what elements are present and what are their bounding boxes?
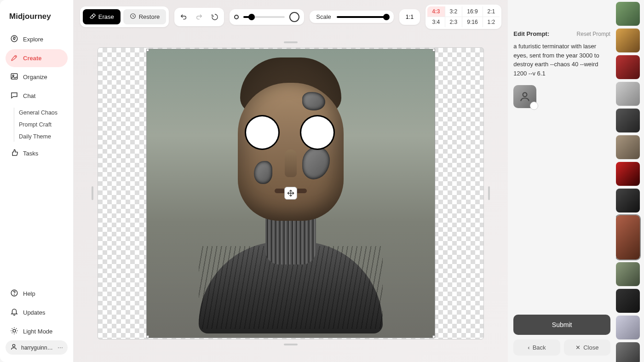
main: Erase Restore Scale 1:1 bbox=[74, 0, 508, 362]
prompt-title: Edit Prompt: bbox=[513, 30, 549, 37]
submit-button[interactable]: Submit bbox=[513, 315, 610, 335]
redo-button[interactable] bbox=[193, 11, 206, 23]
nav-chat[interactable]: Chat bbox=[6, 87, 68, 105]
erase-label: Erase bbox=[98, 13, 114, 20]
nav: Explore Create Organize Chat General Cha… bbox=[6, 30, 68, 162]
aspect-3-2[interactable]: 3:2 bbox=[445, 6, 462, 17]
erased-region-left-eye bbox=[246, 116, 278, 149]
nav-tasks[interactable]: Tasks bbox=[6, 144, 68, 162]
reset-button[interactable] bbox=[208, 11, 221, 23]
aspect-4-3[interactable]: 4:3 bbox=[427, 6, 444, 17]
aspect-3-4[interactable]: 3:4 bbox=[427, 17, 444, 27]
crop-handle-tr[interactable] bbox=[432, 49, 435, 52]
eraser-icon bbox=[89, 13, 96, 21]
canvas[interactable] bbox=[98, 47, 484, 339]
brush-small-icon bbox=[234, 15, 239, 19]
svg-point-2 bbox=[12, 75, 14, 76]
thumbnail-5[interactable] bbox=[616, 135, 640, 159]
app-logo: Midjourney bbox=[6, 9, 68, 30]
close-icon: ✕ bbox=[575, 344, 581, 351]
back-label: Back bbox=[533, 344, 546, 351]
brush-large-icon bbox=[289, 12, 299, 22]
svg-rect-1 bbox=[11, 74, 17, 79]
move-handle[interactable] bbox=[284, 187, 297, 200]
thumbnail-7[interactable] bbox=[616, 189, 640, 213]
svg-point-0 bbox=[11, 35, 17, 42]
chevron-left-icon: ‹ bbox=[528, 344, 529, 351]
aspect-1-2[interactable]: 1:2 bbox=[483, 17, 500, 27]
chat-sublist: General Chaos Prompt Craft Daily Theme bbox=[14, 108, 68, 142]
aspect-2-1[interactable]: 2:1 bbox=[483, 6, 500, 17]
toolbar: Erase Restore Scale 1:1 bbox=[74, 0, 508, 29]
image-area[interactable] bbox=[146, 49, 435, 338]
more-icon[interactable]: ⋯ bbox=[58, 345, 63, 351]
chat-sub-prompt[interactable]: Prompt Craft bbox=[19, 120, 68, 130]
canvas-drag-left[interactable] bbox=[92, 186, 93, 200]
aspect-9-16[interactable]: 9:16 bbox=[462, 17, 482, 27]
nav-label: Create bbox=[23, 55, 41, 62]
nav-label: Chat bbox=[23, 92, 35, 99]
brush-size-group bbox=[230, 9, 304, 25]
back-button[interactable]: ‹ Back bbox=[513, 339, 560, 356]
thumbnail-6[interactable] bbox=[616, 162, 640, 186]
svg-point-4 bbox=[14, 294, 15, 295]
close-label: Close bbox=[583, 344, 598, 351]
reference-image[interactable] bbox=[513, 85, 536, 108]
thumbnail-3[interactable] bbox=[616, 82, 640, 106]
erase-button[interactable]: Erase bbox=[83, 9, 121, 24]
thumbnail-11[interactable] bbox=[616, 316, 640, 339]
user-name: harryguinn… bbox=[21, 345, 53, 351]
thumbnail-9[interactable] bbox=[616, 262, 640, 286]
nav-create[interactable]: Create bbox=[6, 49, 68, 67]
thumbnail-12[interactable] bbox=[616, 342, 640, 362]
canvas-wrap bbox=[74, 29, 508, 362]
undo-button[interactable] bbox=[177, 11, 190, 23]
thumbnail-0[interactable] bbox=[616, 2, 640, 26]
reset-prompt-button[interactable]: Reset Prompt bbox=[577, 31, 610, 37]
restore-label: Restore bbox=[139, 13, 160, 20]
chat-icon bbox=[10, 91, 18, 101]
nav-organize[interactable]: Organize bbox=[6, 68, 68, 86]
nav-lightmode[interactable]: Light Mode bbox=[6, 322, 68, 340]
sun-icon bbox=[10, 327, 18, 336]
canvas-drag-right[interactable] bbox=[488, 186, 490, 200]
crop-handle-bl[interactable] bbox=[146, 335, 149, 338]
image-icon bbox=[10, 72, 18, 82]
user-icon bbox=[10, 343, 17, 352]
prompt-text[interactable]: a futuristic terminator with laser eyes,… bbox=[513, 42, 610, 78]
svg-point-5 bbox=[13, 329, 16, 332]
right-panel: Edit Prompt: Reset Prompt a futuristic t… bbox=[508, 0, 616, 362]
user-pill[interactable]: harryguinn… ⋯ bbox=[6, 340, 68, 355]
nav-help[interactable]: Help bbox=[6, 285, 68, 303]
thumbnail-8[interactable] bbox=[616, 215, 640, 259]
aspect-16-9[interactable]: 16:9 bbox=[462, 6, 482, 17]
mode-group: Erase Restore bbox=[80, 6, 169, 27]
brush-size-slider[interactable] bbox=[243, 16, 285, 18]
thumbnail-4[interactable] bbox=[616, 109, 640, 132]
thumbnail-1[interactable] bbox=[616, 29, 640, 52]
compass-icon bbox=[10, 34, 18, 44]
close-button[interactable]: ✕ Close bbox=[564, 339, 610, 356]
restore-button[interactable]: Restore bbox=[123, 9, 167, 24]
aspect-grid: 4:3 3:2 16:9 2:1 3:4 2:3 9:16 1:2 bbox=[427, 6, 500, 27]
canvas-drag-top[interactable] bbox=[284, 41, 298, 43]
crop-handle-br[interactable] bbox=[432, 335, 435, 338]
nav-label: Updates bbox=[23, 309, 45, 316]
nav-updates[interactable]: Updates bbox=[6, 304, 68, 322]
thumbnail-10[interactable] bbox=[616, 289, 640, 313]
history-group bbox=[174, 8, 224, 26]
erased-region-right-eye bbox=[301, 116, 334, 149]
help-icon bbox=[10, 289, 18, 299]
thumbnail-2[interactable] bbox=[616, 55, 640, 79]
aspect-solo[interactable]: 1:1 bbox=[399, 9, 420, 25]
scale-slider[interactable] bbox=[337, 16, 387, 18]
canvas-drag-bottom[interactable] bbox=[284, 344, 298, 345]
nav-label: Light Mode bbox=[23, 328, 52, 335]
aspect-2-3[interactable]: 2:3 bbox=[445, 17, 462, 27]
nav-explore[interactable]: Explore bbox=[6, 30, 68, 48]
chat-sub-daily[interactable]: Daily Theme bbox=[19, 132, 68, 142]
thumbs-up-icon bbox=[10, 149, 18, 158]
aspect-grid-group: 4:3 3:2 16:9 2:1 3:4 2:3 9:16 1:2 bbox=[426, 5, 501, 29]
chat-sub-general[interactable]: General Chaos bbox=[19, 108, 68, 118]
crop-handle-tl[interactable] bbox=[146, 49, 149, 52]
